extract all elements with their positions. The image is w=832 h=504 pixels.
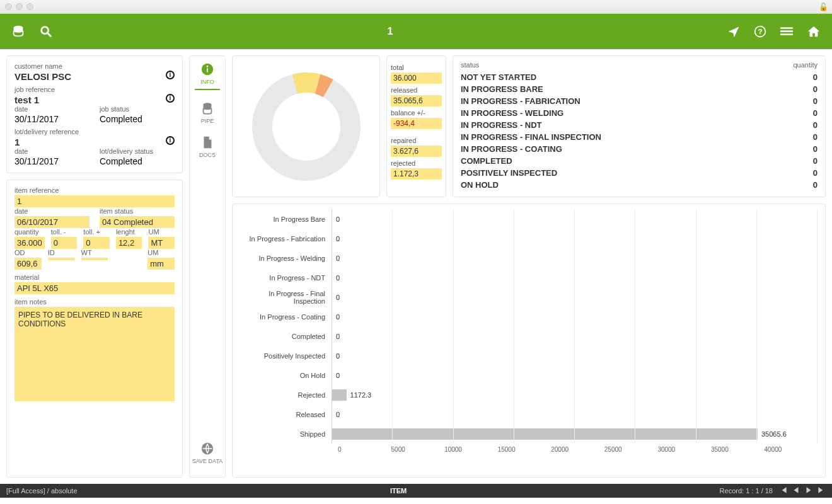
item-um[interactable]: MT bbox=[148, 237, 175, 249]
window-zoom-icon[interactable] bbox=[26, 3, 33, 10]
footer: [Full Access] / absolute ITEM Record: 1 … bbox=[0, 484, 832, 498]
lot-status: Completed bbox=[100, 156, 175, 166]
side-tabs: INFO PIPE DOCS SAVE DATA bbox=[189, 55, 226, 478]
bar-row: Released0 bbox=[240, 404, 818, 424]
svg-text:?: ? bbox=[758, 27, 762, 35]
bar-row: Rejected1172.3 bbox=[240, 385, 818, 404]
item-ref[interactable]: 1 bbox=[14, 195, 175, 207]
stat-total: 36.000 bbox=[391, 72, 442, 84]
svg-rect-7 bbox=[780, 33, 793, 35]
donut-chart bbox=[232, 55, 380, 197]
status-row: IN PROGRESS - NDT0 bbox=[461, 119, 818, 131]
item-id[interactable] bbox=[48, 258, 75, 260]
record-indicator: Record: 1 : 1 / 18 bbox=[720, 487, 773, 495]
tab-pipe[interactable]: PIPE bbox=[200, 101, 214, 124]
bar-row: In Progress Bare0 bbox=[240, 209, 818, 229]
tab-docs[interactable]: DOCS bbox=[199, 135, 216, 158]
item-um2[interactable]: mm bbox=[147, 258, 175, 270]
nav-first-icon[interactable] bbox=[779, 486, 788, 496]
toolbar: 1 ? bbox=[0, 14, 832, 49]
status-row: IN PROGRESS - WELDING0 bbox=[461, 107, 818, 119]
bar-chart: In Progress Bare0In Progress - Fabricati… bbox=[232, 203, 826, 478]
database-icon[interactable] bbox=[11, 25, 25, 38]
bar-row: In Progress - Final Inspection0 bbox=[240, 287, 818, 307]
lot-date: 30/11/2017 bbox=[14, 156, 90, 166]
bar-row: In Progress - Coating0 bbox=[240, 307, 818, 326]
status-row: ON HOLD0 bbox=[461, 179, 818, 191]
svg-point-10 bbox=[207, 66, 209, 67]
search-icon[interactable] bbox=[39, 25, 53, 38]
svg-rect-5 bbox=[780, 27, 793, 29]
item-len[interactable]: 12,2 bbox=[116, 237, 142, 249]
customer-card: customer name VELOSI PSC i job reference… bbox=[6, 55, 183, 173]
info-icon[interactable]: i bbox=[166, 136, 175, 145]
customer-name: VELOSI PSC bbox=[14, 71, 175, 82]
svg-point-1 bbox=[42, 27, 49, 34]
window-titlebar: 🔓 bbox=[0, 0, 832, 14]
item-notes[interactable]: PIPES TO BE DELIVERED IN BARE CONDITIONS bbox=[14, 307, 175, 401]
item-tolp[interactable]: 0 bbox=[83, 237, 110, 249]
job-ref-label: job reference bbox=[14, 86, 175, 93]
item-material[interactable]: API 5L X65 bbox=[14, 282, 175, 294]
status-row: IN PROGRESS - FABRICATION0 bbox=[461, 95, 818, 107]
bar-row: Shipped35065.6 bbox=[240, 424, 818, 444]
stats-card: total 36.000 released 35.065,6 balance +… bbox=[386, 55, 446, 197]
bar-row: In Progress - Fabrication0 bbox=[240, 229, 818, 248]
item-tolm[interactable]: 0 bbox=[51, 237, 78, 249]
status-row: IN PROGRESS - COATING0 bbox=[461, 143, 818, 155]
svg-rect-9 bbox=[207, 68, 208, 72]
nav-next-icon[interactable] bbox=[804, 486, 813, 496]
customer-name-label: customer name bbox=[14, 62, 175, 70]
stat-released: 35.065,6 bbox=[391, 95, 442, 106]
item-qty[interactable]: 36.000 bbox=[14, 237, 45, 249]
svg-point-13 bbox=[262, 83, 350, 171]
bar-row: Completed0 bbox=[240, 326, 818, 346]
job-date: 30/11/2017 bbox=[14, 114, 90, 124]
job-status: Completed bbox=[100, 114, 175, 124]
page-title: 1 bbox=[53, 26, 727, 37]
bar-row: Positively Inspected0 bbox=[240, 346, 818, 365]
window-minimize-icon[interactable] bbox=[16, 3, 23, 10]
nav-prev-icon[interactable] bbox=[792, 486, 800, 496]
save-data-button[interactable]: SAVE DATA bbox=[192, 442, 223, 464]
stat-balance: -934,4 bbox=[391, 118, 442, 129]
nav-last-icon[interactable] bbox=[817, 486, 826, 496]
help-icon[interactable]: ? bbox=[754, 25, 766, 38]
window-close-icon[interactable] bbox=[5, 3, 12, 10]
item-wt[interactable] bbox=[81, 258, 108, 260]
status-table: statusquantity NOT YET STARTED0IN PROGRE… bbox=[453, 55, 826, 197]
info-icon[interactable]: i bbox=[166, 71, 175, 79]
status-row: NOT YET STARTED0 bbox=[461, 71, 818, 83]
location-icon[interactable] bbox=[727, 25, 740, 38]
status-row: COMPLETED0 bbox=[461, 155, 818, 167]
home-icon[interactable] bbox=[807, 25, 821, 38]
stat-rejected: 1.172,3 bbox=[391, 168, 442, 180]
job-ref: test 1 bbox=[14, 94, 175, 105]
bar-row: In Progress - NDT0 bbox=[240, 268, 818, 287]
item-date[interactable]: 06/10/2017 bbox=[14, 216, 90, 228]
item-status[interactable]: 04 Completed bbox=[100, 216, 175, 228]
info-icon[interactable]: i bbox=[166, 94, 175, 103]
bar-row: In Progress - Welding0 bbox=[240, 248, 818, 268]
status-row: POSITIVELY INSPECTED0 bbox=[461, 167, 818, 179]
item-card: item reference 1 date06/10/2017 item sta… bbox=[6, 180, 183, 478]
bar-row: On Hold0 bbox=[240, 365, 818, 385]
status-row: IN PROGRESS BARE0 bbox=[461, 83, 818, 95]
stat-repaired: 3.627,6 bbox=[391, 146, 442, 157]
lot-ref: 1 bbox=[14, 137, 175, 147]
footer-access: [Full Access] / absolute bbox=[6, 487, 78, 495]
item-od[interactable]: 609,6 bbox=[14, 258, 42, 270]
footer-mode: ITEM bbox=[78, 487, 720, 495]
svg-line-2 bbox=[48, 33, 52, 37]
svg-rect-6 bbox=[780, 30, 793, 32]
status-row: IN PROGRESS - FINAL INSPECTION0 bbox=[461, 131, 818, 143]
lock-icon[interactable]: 🔓 bbox=[819, 3, 828, 11]
menu-icon[interactable] bbox=[780, 25, 793, 38]
tab-info[interactable]: INFO bbox=[195, 62, 220, 90]
